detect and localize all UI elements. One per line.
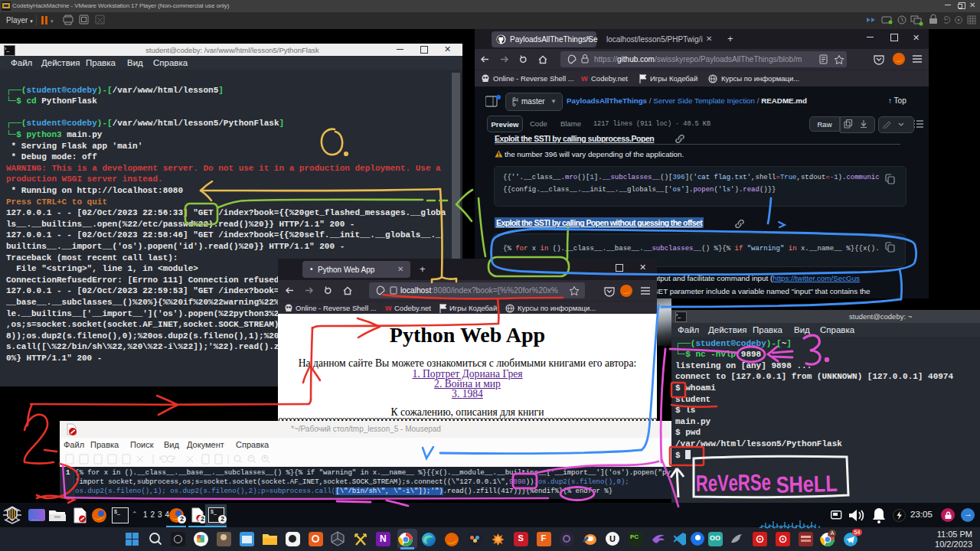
svg-text:SHеLL: SHеLL <box>776 471 838 497</box>
svg-text:RеVеRSе: RеVеRSе <box>696 469 772 496</box>
